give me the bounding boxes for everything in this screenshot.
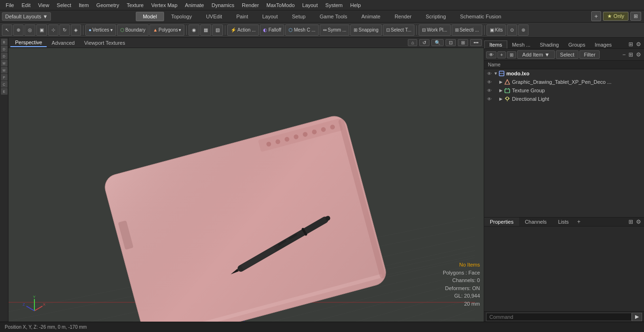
vp-tab-textures[interactable]: Viewport Textures <box>79 39 130 47</box>
vp-tab-advanced[interactable]: Advanced <box>47 39 79 47</box>
sel1-btn[interactable]: ▦ <box>200 24 211 36</box>
vr2-btn[interactable]: ⊛ <box>518 24 528 36</box>
vp-home-btn[interactable]: ⌂ <box>408 39 417 46</box>
tab-render[interactable]: Render <box>388 12 419 21</box>
item-expand-tablet[interactable]: ▶ <box>499 80 504 84</box>
sidebar-icon-c[interactable]: C <box>1 81 8 88</box>
symm-btn[interactable]: ⇔ Symm ... <box>320 24 349 36</box>
vp-fit-btn[interactable]: ⊡ <box>446 39 456 46</box>
menu-layout[interactable]: Layout <box>298 1 322 9</box>
falloff-btn[interactable]: ◐ Falloff <box>260 24 284 36</box>
prop-tab-lists[interactable]: Lists <box>553 218 575 226</box>
lasso-tool-btn[interactable]: ◎ <box>25 24 35 36</box>
panel-tab-mesh[interactable]: Mesh ... <box>507 41 535 49</box>
menu-maxtomodo[interactable]: MaxToModo <box>263 1 298 9</box>
workpl-btn[interactable]: ⊟ Work Pl... <box>419 24 450 36</box>
vp-tab-perspective[interactable]: Perspective <box>10 39 47 47</box>
sidebar-icon-d[interactable]: D <box>1 46 8 52</box>
vp-dots-btn[interactable]: ••• <box>470 39 482 46</box>
menu-geometry[interactable]: Geometry <box>92 1 123 9</box>
panel-tab-shading[interactable]: Shading <box>535 41 563 49</box>
item-expand-texture-group[interactable]: ▶ <box>499 88 504 93</box>
vp-zoom-btn[interactable]: 🔍 <box>431 39 444 46</box>
command-input[interactable] <box>486 313 632 321</box>
item-expand-directional-light[interactable]: ▶ <box>499 97 504 101</box>
item-eye-directional-light[interactable]: 👁 <box>486 96 493 102</box>
tab-uvedit[interactable]: UVEdit <box>199 12 229 21</box>
item-eye-modo-lxo[interactable]: 👁 <box>486 70 493 77</box>
matball-btn[interactable]: ◉ <box>189 24 199 36</box>
cursor-tool-btn[interactable]: ↖ <box>2 24 12 36</box>
items-tb-btn-2[interactable]: + <box>497 51 506 58</box>
menu-vertex-map[interactable]: Vertex Map <box>148 1 182 9</box>
item-row-directional-light[interactable]: 👁 ▶ Directional Light <box>484 95 644 103</box>
prop-tab-properties[interactable]: Properties <box>484 218 519 226</box>
panel-settings-icon[interactable]: ⚙ <box>635 41 642 48</box>
tab-model[interactable]: Model <box>136 12 164 21</box>
vp-rotate-reset-btn[interactable]: ↺ <box>419 39 429 46</box>
vp-expand-btn[interactable]: ⊞ <box>458 39 468 46</box>
items-tb-btn-3[interactable]: ⊞ <box>507 51 516 58</box>
item-eye-texture-group[interactable]: 👁 <box>486 87 493 94</box>
sidebar-icon-mer[interactable]: M <box>1 67 8 73</box>
star-only-button[interactable]: ★ Only <box>603 12 628 21</box>
eye-vis-btn[interactable]: 👁 <box>486 51 496 58</box>
expand-button[interactable]: ⊞ <box>630 12 641 21</box>
viewport-3d[interactable]: No Items Polygons : Face Channels: 0 Def… <box>8 48 484 322</box>
layout-selector[interactable]: Default Layouts ▼ <box>2 12 51 21</box>
add-item-button[interactable]: Add Item ▼ <box>517 50 555 59</box>
tab-layout[interactable]: Layout <box>255 12 285 21</box>
props-plus-btn[interactable]: + <box>576 218 581 226</box>
props-expand-icon[interactable]: ⊞ <box>627 219 634 225</box>
items-settings-btn[interactable]: ⚙ <box>635 51 642 58</box>
items-select-button[interactable]: Select <box>556 50 579 59</box>
transform-tool-btn[interactable]: ⊹ <box>48 24 58 36</box>
menu-texture[interactable]: Texture <box>123 1 148 9</box>
boundary-btn[interactable]: ⬡ Boundary <box>117 24 149 36</box>
item-row-tablet[interactable]: 👁 ▶ Graphic_Drawing_Tablet_XP_Pen_Deco .… <box>484 78 644 86</box>
panel-expand-icon[interactable]: ⊞ <box>627 41 634 48</box>
tab-animate[interactable]: Animate <box>355 12 388 21</box>
menu-animate[interactable]: Animate <box>181 1 207 9</box>
selectt-btn[interactable]: ⊡ Select T... <box>383 24 415 36</box>
menu-view[interactable]: View <box>34 1 53 9</box>
items-filter-button[interactable]: Filter <box>579 50 599 59</box>
tab-setup[interactable]: Setup <box>285 12 313 21</box>
world-tool-btn[interactable]: ⊕ <box>13 24 24 36</box>
menu-dynamics[interactable]: Dynamics <box>208 1 238 9</box>
item-row-texture-group[interactable]: 👁 ▶ Texture Group <box>484 86 644 95</box>
vertices-btn[interactable]: ● Vertices ▾ <box>85 24 116 36</box>
item-expand-modo-lxo[interactable]: ▼ <box>494 71 498 76</box>
snapping-btn[interactable]: ⊞ Snapping <box>350 24 381 36</box>
menu-select[interactable]: Select <box>53 1 75 9</box>
tab-scripting[interactable]: Scripting <box>419 12 453 21</box>
menu-render[interactable]: Render <box>238 1 263 9</box>
sidebar-icon-dup[interactable]: D <box>1 53 8 59</box>
tab-topology[interactable]: Topology <box>164 12 199 21</box>
command-go-button[interactable]: ▶ <box>632 313 642 321</box>
select-tool-btn[interactable]: ▣ <box>36 24 47 36</box>
sel2-btn[interactable]: ▧ <box>212 24 223 36</box>
panel-tab-images[interactable]: Images <box>590 41 616 49</box>
menu-edit[interactable]: Edit <box>18 1 34 9</box>
panel-tab-items[interactable]: Items <box>484 40 507 49</box>
sidebar-icon-e[interactable]: E <box>1 88 8 95</box>
item-eye-tablet[interactable]: 👁 <box>486 79 493 85</box>
item-row-modo-lxo[interactable]: 👁 ▼ modo.lxo <box>484 69 644 78</box>
selecti-btn[interactable]: ⊞ Selecti ... <box>452 24 482 36</box>
add-tab-button[interactable]: + <box>591 11 602 21</box>
vr1-btn[interactable]: ⊙ <box>507 24 517 36</box>
items-expand-btn[interactable]: ⊞ <box>627 51 634 58</box>
tab-schematic-fusion[interactable]: Schematic Fusion <box>453 12 508 21</box>
rotate-tool-btn[interactable]: ↻ <box>59 24 70 36</box>
meshc-btn[interactable]: ⬡ Mesh C ... <box>285 24 319 36</box>
kits-btn[interactable]: ▣ Kits <box>487 24 506 36</box>
tab-paint[interactable]: Paint <box>229 12 255 21</box>
menu-system[interactable]: System <box>322 1 347 9</box>
shape-tool-btn[interactable]: ◈ <box>71 24 81 36</box>
action-btn[interactable]: ⚡ Action ... <box>227 24 259 36</box>
menu-help[interactable]: Help <box>347 1 365 9</box>
items-minus-btn[interactable]: − <box>621 51 627 58</box>
menu-file[interactable]: File <box>2 1 18 9</box>
prop-tab-channels[interactable]: Channels <box>519 218 552 226</box>
